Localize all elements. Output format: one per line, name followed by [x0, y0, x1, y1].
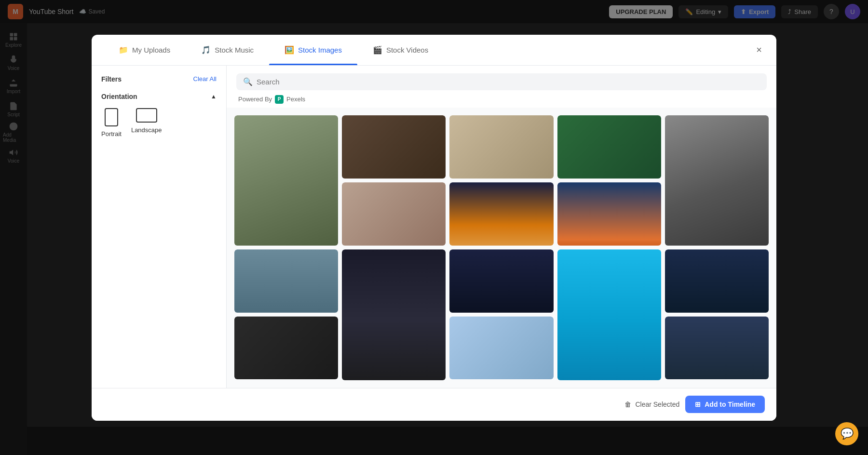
- music-icon: 🎵: [201, 45, 211, 55]
- uploads-icon: 📁: [119, 45, 128, 55]
- image-card[interactable]: [449, 249, 553, 313]
- search-icon: 🔍: [243, 77, 253, 86]
- orientation-section-title: Orientation ▲: [101, 93, 217, 100]
- landscape-icon: [136, 108, 157, 123]
- stock-images-modal: 📁 My Uploads 🎵 Stock Music 🖼️ Stock Imag…: [92, 35, 776, 421]
- images-icon: 🖼️: [285, 45, 294, 55]
- image-card[interactable]: [234, 115, 338, 246]
- image-card[interactable]: [234, 317, 338, 380]
- chevron-up-icon: ▲: [211, 93, 217, 100]
- add-to-timeline-button[interactable]: ⊞ Add to Timeline: [685, 396, 765, 413]
- image-card[interactable]: [665, 115, 769, 246]
- search-input[interactable]: [257, 78, 760, 86]
- image-card[interactable]: [557, 249, 661, 380]
- image-card[interactable]: [234, 249, 338, 313]
- image-card[interactable]: [342, 249, 446, 380]
- orientation-options: Portrait Landscape: [101, 108, 217, 138]
- modal-footer: 🗑 Clear Selected ⊞ Add to Timeline: [92, 388, 776, 421]
- videos-icon: 🎬: [373, 45, 382, 55]
- pexels-logo: P: [275, 95, 284, 104]
- image-card[interactable]: [665, 249, 769, 313]
- filter-panel: Filters Clear All Orientation ▲ Portrait…: [92, 66, 227, 388]
- modal-close-button[interactable]: ×: [751, 42, 767, 57]
- powered-by: Powered By P Pexels: [236, 95, 767, 104]
- image-card[interactable]: [665, 317, 769, 380]
- image-grid: [227, 108, 776, 388]
- portrait-option[interactable]: Portrait: [101, 108, 122, 138]
- landscape-option[interactable]: Landscape: [131, 108, 162, 138]
- tab-stock-music[interactable]: 🎵 Stock Music: [186, 35, 269, 65]
- search-input-wrap: 🔍: [236, 73, 767, 90]
- tab-stock-images[interactable]: 🖼️ Stock Images: [269, 35, 357, 65]
- search-bar-area: 🔍 Powered By P Pexels: [227, 66, 776, 108]
- image-card[interactable]: [557, 115, 661, 179]
- image-card[interactable]: [342, 115, 446, 179]
- image-card[interactable]: [449, 182, 553, 246]
- chat-icon: 💬: [841, 427, 854, 440]
- content-area: 🔍 Powered By P Pexels: [227, 66, 776, 388]
- clear-selected-button[interactable]: 🗑 Clear Selected: [624, 400, 679, 408]
- image-card[interactable]: [449, 317, 553, 380]
- image-card[interactable]: [557, 182, 661, 246]
- filter-header: Filters Clear All: [101, 75, 217, 83]
- trash-icon: 🗑: [624, 400, 631, 408]
- filters-label: Filters: [101, 75, 122, 83]
- tab-my-uploads[interactable]: 📁 My Uploads: [103, 35, 186, 65]
- modal-tabs: 📁 My Uploads 🎵 Stock Music 🖼️ Stock Imag…: [92, 35, 776, 66]
- tab-stock-videos[interactable]: 🎬 Stock Videos: [357, 35, 444, 65]
- chat-bubble[interactable]: 💬: [835, 422, 858, 445]
- add-icon: ⊞: [695, 400, 701, 408]
- image-card[interactable]: [342, 182, 446, 246]
- clear-all-button[interactable]: Clear All: [193, 75, 217, 83]
- modal-body: Filters Clear All Orientation ▲ Portrait…: [92, 66, 776, 388]
- portrait-icon: [105, 108, 118, 126]
- image-card[interactable]: [449, 115, 553, 179]
